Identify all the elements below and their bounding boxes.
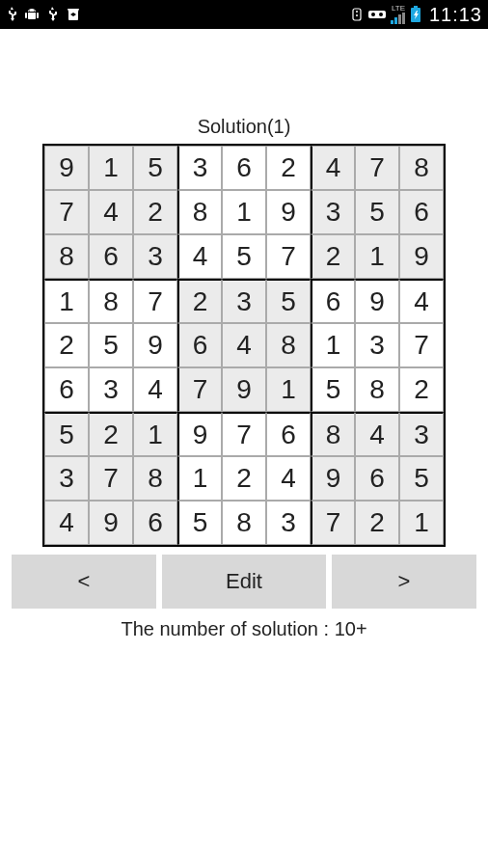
sudoku-cell: 3 xyxy=(89,367,133,412)
sudoku-cell: 9 xyxy=(89,501,133,545)
edit-button[interactable]: Edit xyxy=(162,555,326,609)
sudoku-cell: 5 xyxy=(399,456,444,501)
sudoku-cell: 6 xyxy=(399,190,444,234)
sudoku-cell: 6 xyxy=(311,279,355,323)
sudoku-cell: 2 xyxy=(399,367,444,412)
clock-time: 11:13 xyxy=(429,4,482,26)
sudoku-cell: 4 xyxy=(311,146,355,190)
sudoku-cell: 3 xyxy=(266,501,311,545)
sudoku-cell: 7 xyxy=(399,323,444,367)
next-button[interactable]: > xyxy=(332,555,476,609)
sudoku-cell: 3 xyxy=(399,412,444,456)
app-content: Solution(1) 9153624787428193568634572191… xyxy=(0,29,488,868)
prev-button[interactable]: < xyxy=(12,555,156,609)
sudoku-cell: 5 xyxy=(89,323,133,367)
sudoku-cell: 5 xyxy=(133,146,177,190)
sudoku-cell: 8 xyxy=(311,412,355,456)
svg-rect-11 xyxy=(414,6,418,8)
sudoku-cell: 1 xyxy=(311,323,355,367)
button-row: < Edit > xyxy=(12,555,476,609)
sudoku-cell: 3 xyxy=(311,190,355,234)
android-icon xyxy=(25,7,39,22)
sudoku-cell: 9 xyxy=(44,146,89,190)
svg-rect-7 xyxy=(394,17,397,24)
sudoku-grid: 9153624787428193568634572191872356942596… xyxy=(42,144,446,547)
sudoku-cell: 2 xyxy=(89,412,133,456)
sudoku-cell: 9 xyxy=(222,367,266,412)
sudoku-cell: 4 xyxy=(177,234,222,279)
sudoku-cell: 8 xyxy=(133,456,177,501)
sudoku-cell: 4 xyxy=(222,323,266,367)
sudoku-cell: 7 xyxy=(311,501,355,545)
svg-rect-9 xyxy=(402,13,405,24)
sudoku-cell: 1 xyxy=(266,367,311,412)
sudoku-cell: 4 xyxy=(399,279,444,323)
sudoku-cell: 7 xyxy=(177,367,222,412)
sudoku-cell: 7 xyxy=(44,190,89,234)
sudoku-cell: 5 xyxy=(311,367,355,412)
sudoku-cell: 3 xyxy=(355,323,399,367)
sudoku-cell: 8 xyxy=(399,146,444,190)
sudoku-cell: 3 xyxy=(222,279,266,323)
signal-icon xyxy=(391,13,406,24)
sudoku-cell: 7 xyxy=(133,279,177,323)
sudoku-cell: 1 xyxy=(399,501,444,545)
sudoku-cell: 5 xyxy=(44,412,89,456)
sudoku-cell: 1 xyxy=(133,412,177,456)
sudoku-cell: 2 xyxy=(266,146,311,190)
solution-count: The number of solution : 10+ xyxy=(121,618,366,640)
sudoku-cell: 4 xyxy=(89,190,133,234)
sudoku-cell: 8 xyxy=(89,279,133,323)
usb-icon xyxy=(6,7,17,22)
svg-point-1 xyxy=(356,11,358,13)
sudoku-cell: 9 xyxy=(133,323,177,367)
sudoku-cell: 2 xyxy=(44,323,89,367)
sudoku-cell: 3 xyxy=(44,456,89,501)
sudoku-cell: 2 xyxy=(133,190,177,234)
svg-point-5 xyxy=(379,13,383,16)
sudoku-cell: 2 xyxy=(177,279,222,323)
sudoku-cell: 1 xyxy=(44,279,89,323)
sudoku-cell: 3 xyxy=(177,146,222,190)
svg-rect-3 xyxy=(368,11,386,18)
sudoku-cell: 2 xyxy=(311,234,355,279)
sudoku-cell: 6 xyxy=(89,234,133,279)
sudoku-cell: 8 xyxy=(177,190,222,234)
sudoku-cell: 9 xyxy=(266,190,311,234)
sudoku-cell: 1 xyxy=(355,234,399,279)
sudoku-cell: 2 xyxy=(222,456,266,501)
sudoku-cell: 5 xyxy=(222,234,266,279)
sudoku-cell: 6 xyxy=(177,323,222,367)
usb-icon-2 xyxy=(46,7,58,22)
sudoku-cell: 6 xyxy=(44,367,89,412)
sudoku-cell: 7 xyxy=(266,234,311,279)
sudoku-cell: 6 xyxy=(355,456,399,501)
sudoku-cell: 2 xyxy=(355,501,399,545)
sudoku-cell: 1 xyxy=(177,456,222,501)
sudoku-cell: 9 xyxy=(399,234,444,279)
sudoku-cell: 1 xyxy=(222,190,266,234)
svg-point-2 xyxy=(356,14,358,16)
battery-charging-icon xyxy=(410,6,421,23)
play-store-icon xyxy=(66,7,81,22)
sudoku-cell: 4 xyxy=(355,412,399,456)
sudoku-cell: 8 xyxy=(222,501,266,545)
solution-title: Solution(1) xyxy=(198,116,291,138)
sudoku-cell: 8 xyxy=(355,367,399,412)
sudoku-cell: 1 xyxy=(89,146,133,190)
sudoku-cell: 5 xyxy=(266,279,311,323)
svg-rect-8 xyxy=(398,14,401,24)
sudoku-cell: 7 xyxy=(89,456,133,501)
sudoku-cell: 8 xyxy=(44,234,89,279)
sudoku-cell: 6 xyxy=(133,501,177,545)
status-bar: LTE 11:13 xyxy=(0,0,488,29)
sudoku-cell: 6 xyxy=(222,146,266,190)
voicemail-icon xyxy=(367,8,387,21)
alarm-icon xyxy=(350,7,364,22)
sudoku-cell: 5 xyxy=(177,501,222,545)
sudoku-cell: 6 xyxy=(266,412,311,456)
svg-rect-6 xyxy=(391,20,393,24)
sudoku-cell: 4 xyxy=(266,456,311,501)
sudoku-cell: 3 xyxy=(133,234,177,279)
sudoku-cell: 5 xyxy=(355,190,399,234)
